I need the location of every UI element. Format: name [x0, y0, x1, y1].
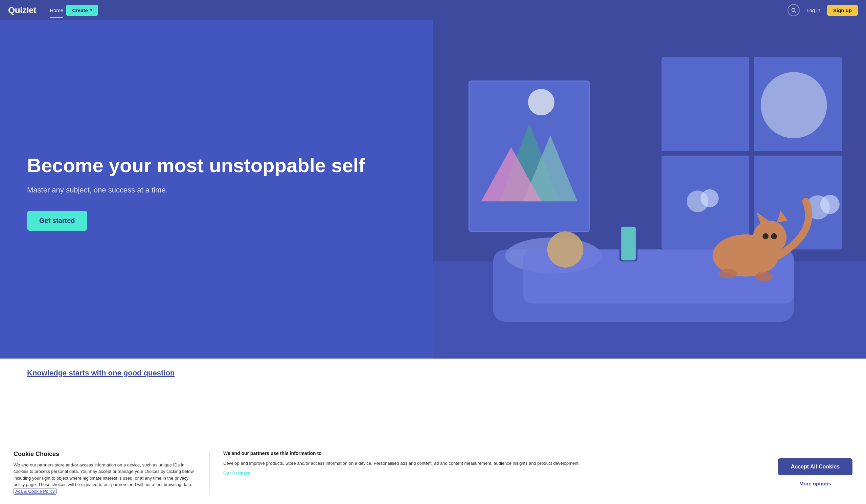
svg-point-28	[771, 233, 777, 239]
hero-illustration	[433, 20, 866, 359]
nav-right-area: Log in Sign up	[788, 4, 858, 16]
hero-subtitle: Master any subject, one success at a tim…	[27, 186, 413, 194]
svg-point-24	[753, 221, 787, 254]
chevron-down-icon: ▾	[90, 8, 92, 12]
svg-point-20	[547, 231, 584, 268]
svg-point-16	[528, 89, 554, 115]
hero-title: Become your most unstoppable self	[27, 155, 413, 176]
svg-line-1	[795, 11, 796, 12]
login-link[interactable]: Log in	[807, 8, 820, 13]
svg-point-27	[763, 233, 768, 239]
logo: Quizlet	[8, 5, 36, 15]
svg-point-11	[820, 195, 840, 214]
svg-point-30	[755, 272, 773, 281]
svg-rect-22	[621, 227, 636, 260]
search-button[interactable]	[788, 4, 800, 16]
svg-point-29	[719, 269, 736, 278]
section-hint: Knowledge starts with one good question	[0, 359, 866, 388]
hero-section: Become your most unstoppable self Master…	[0, 20, 866, 359]
navbar: Quizlet Home Create ▾ Log in Sign up	[0, 0, 866, 20]
signup-button[interactable]: Sign up	[827, 5, 858, 16]
svg-point-9	[701, 189, 719, 208]
hero-left: Become your most unstoppable self Master…	[0, 20, 433, 359]
nav-create-button[interactable]: Create ▾	[66, 5, 98, 16]
get-started-button[interactable]: Get started	[27, 211, 87, 231]
svg-point-7	[761, 72, 827, 138]
nav-home-link[interactable]: Home	[47, 6, 66, 14]
